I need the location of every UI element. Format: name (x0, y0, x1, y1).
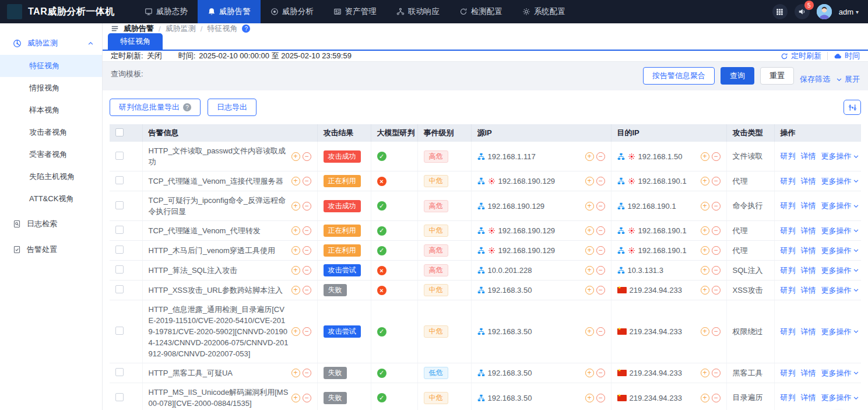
nav-item-威胁分析[interactable]: 威胁分析 (261, 0, 324, 23)
help-icon[interactable]: ? (242, 24, 250, 33)
more-actions-link[interactable]: 更多操作 (821, 226, 859, 236)
collapse-icon[interactable]: − (303, 177, 311, 185)
expand-icon[interactable]: + (701, 202, 709, 211)
breadcrumb-item[interactable]: 威胁监测 (166, 23, 196, 34)
more-actions-link[interactable]: 更多操作 (821, 285, 859, 296)
collapse-icon[interactable]: − (712, 246, 721, 255)
tab-feature-view[interactable]: 特征视角 (108, 33, 163, 50)
export-log-button[interactable]: 日志导出 (208, 99, 256, 116)
breadcrumb-root[interactable]: 威胁告警 (124, 23, 154, 34)
sidebar-item-特征视角[interactable]: 特征视角 (0, 55, 102, 77)
time-filter-link[interactable]: 时间 (834, 51, 860, 61)
row-checkbox[interactable] (115, 176, 124, 184)
collapse-icon[interactable]: − (596, 152, 605, 161)
expand-icon[interactable]: + (291, 177, 300, 185)
collapse-icon[interactable]: − (712, 266, 721, 275)
avatar[interactable] (817, 4, 832, 19)
sidebar-item-样本视角[interactable]: 样本视角 (0, 99, 102, 121)
collapse-icon[interactable]: − (712, 152, 721, 161)
collapse-icon[interactable]: − (712, 327, 721, 336)
collapse-icon[interactable]: − (596, 177, 605, 185)
collapse-icon[interactable]: − (303, 327, 311, 336)
detail-link[interactable]: 详情 (801, 246, 816, 256)
select-all-checkbox[interactable] (115, 128, 124, 136)
aggregate-button[interactable]: 按告警信息聚合 (643, 67, 715, 85)
expand-icon[interactable]: + (585, 286, 594, 295)
expand-icon[interactable]: + (585, 266, 594, 275)
nav-item-资产管理[interactable]: 资产管理 (324, 0, 386, 23)
judge-link[interactable]: 研判 (781, 201, 796, 211)
expand-icon[interactable]: + (291, 152, 300, 161)
judge-link[interactable]: 研判 (781, 246, 796, 256)
collapse-icon[interactable]: − (596, 369, 605, 377)
reset-button[interactable]: 重置 (760, 67, 794, 85)
collapse-icon[interactable]: − (303, 394, 311, 402)
expand-icon[interactable]: + (291, 394, 300, 402)
auto-refresh-link[interactable]: 定时刷新 (781, 51, 821, 61)
row-checkbox[interactable] (115, 327, 124, 335)
row-checkbox[interactable] (115, 265, 124, 274)
collapse-icon[interactable]: − (712, 202, 721, 211)
expand-icon[interactable]: + (291, 286, 300, 295)
expand-icon[interactable]: + (585, 226, 594, 235)
collapse-icon[interactable]: − (712, 177, 721, 185)
collapse-icon[interactable]: − (303, 246, 311, 255)
more-actions-link[interactable]: 更多操作 (821, 368, 859, 379)
expand-icon[interactable]: + (701, 226, 709, 235)
expand-icon[interactable]: + (701, 266, 709, 275)
judge-link[interactable]: 研判 (781, 393, 796, 403)
nav-item-系统配置[interactable]: 系统配置 (512, 0, 575, 23)
more-actions-link[interactable]: 更多操作 (821, 265, 859, 276)
expand-icon[interactable]: + (585, 369, 594, 377)
sidebar-group-威胁监测[interactable]: 威胁监测 (0, 31, 102, 55)
nav-item-威胁告警[interactable]: 威胁告警 (198, 0, 261, 23)
more-actions-link[interactable]: 更多操作 (821, 393, 859, 403)
collapse-icon[interactable]: − (712, 286, 721, 295)
expand-icon[interactable]: + (701, 177, 709, 185)
detail-link[interactable]: 详情 (801, 176, 816, 187)
expand-icon[interactable]: + (585, 202, 594, 211)
row-checkbox[interactable] (115, 201, 124, 209)
column-settings-button[interactable] (844, 100, 861, 115)
collapse-icon[interactable]: − (596, 266, 605, 275)
collapse-icon[interactable]: − (596, 246, 605, 255)
more-actions-link[interactable]: 更多操作 (821, 176, 859, 187)
sidebar-item-受害者视角[interactable]: 受害者视角 (0, 143, 102, 166)
query-button[interactable]: 查询 (721, 67, 754, 85)
detail-link[interactable]: 详情 (801, 285, 816, 296)
expand-icon[interactable]: + (291, 202, 300, 211)
detail-link[interactable]: 详情 (801, 151, 816, 162)
expand-icon[interactable]: + (701, 286, 709, 295)
expand-icon[interactable]: + (585, 246, 594, 255)
judge-link[interactable]: 研判 (781, 265, 796, 276)
judge-link[interactable]: 研判 (781, 285, 796, 296)
collapse-icon[interactable]: − (303, 266, 311, 275)
expand-icon[interactable]: + (291, 327, 300, 336)
collapse-icon[interactable]: − (712, 226, 721, 235)
judge-link[interactable]: 研判 (781, 226, 796, 236)
more-actions-link[interactable]: 更多操作 (821, 201, 859, 211)
expand-icon[interactable]: + (585, 327, 594, 336)
judge-link[interactable]: 研判 (781, 368, 796, 379)
collapse-icon[interactable]: − (712, 369, 721, 377)
judge-link[interactable]: 研判 (781, 327, 796, 337)
collapse-icon[interactable]: − (303, 152, 311, 161)
collapse-icon[interactable]: − (303, 202, 311, 211)
expand-icon[interactable]: + (701, 394, 709, 402)
judge-link[interactable]: 研判 (781, 151, 796, 162)
more-actions-link[interactable]: 更多操作 (821, 151, 859, 162)
collapse-icon[interactable]: − (303, 226, 311, 235)
sidebar-item-日志检索[interactable]: 日志检索 (0, 212, 102, 236)
expand-icon[interactable]: + (291, 266, 300, 275)
more-actions-link[interactable]: 更多操作 (821, 327, 859, 337)
judge-link[interactable]: 研判 (781, 176, 796, 187)
sidebar-item-情报视角[interactable]: 情报视角 (0, 77, 102, 99)
detail-link[interactable]: 详情 (801, 393, 816, 403)
expand-icon[interactable]: + (701, 246, 709, 255)
detail-link[interactable]: 详情 (801, 327, 816, 337)
expand-icon[interactable]: + (291, 226, 300, 235)
nav-item-检测配置[interactable]: 检测配置 (449, 0, 512, 23)
sidebar-item-失陷主机视角[interactable]: 失陷主机视角 (0, 166, 102, 188)
row-checkbox[interactable] (115, 246, 124, 254)
hamburger-icon[interactable] (111, 24, 119, 33)
